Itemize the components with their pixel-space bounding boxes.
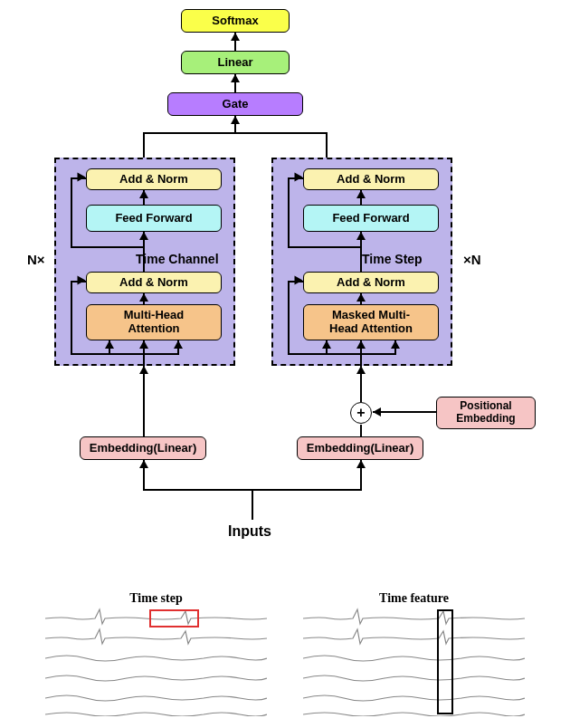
res-line xyxy=(71,246,145,248)
res-line xyxy=(71,177,72,246)
left-feedforward: Feed Forward xyxy=(86,205,222,232)
arrow-line xyxy=(252,489,253,520)
arrow-head xyxy=(295,276,303,285)
arrow-line xyxy=(373,411,436,413)
waveform-illustration: Time step Time feature xyxy=(45,593,525,720)
arrow-head xyxy=(139,190,148,198)
positional-embedding: Positional Embedding xyxy=(436,397,536,429)
plus-circle-icon: + xyxy=(350,402,372,424)
left-attention: Multi-Head Attention xyxy=(86,304,222,340)
linear-box: Linear xyxy=(181,51,290,74)
right-embedding: Embedding(Linear) xyxy=(297,436,423,460)
arrow-head xyxy=(78,173,86,182)
arrow-head xyxy=(231,116,240,124)
left-repeat-label: N× xyxy=(27,252,45,267)
arrow-head xyxy=(356,232,366,240)
res-line xyxy=(288,246,362,248)
wave-right-title: Time feature xyxy=(303,591,525,606)
arrow-head xyxy=(105,340,114,349)
arrow-head xyxy=(391,340,400,349)
res-line xyxy=(288,281,290,353)
left-addnorm1: Add & Norm xyxy=(86,272,222,293)
right-feedforward: Feed Forward xyxy=(303,205,439,232)
arrow-head xyxy=(139,460,148,468)
right-addnorm2: Add & Norm xyxy=(303,168,439,190)
arrow-head xyxy=(356,460,366,468)
arrow-head xyxy=(322,340,331,349)
arrow-head xyxy=(139,366,148,374)
split-line xyxy=(326,353,396,355)
res-line xyxy=(288,177,290,246)
right-addnorm1: Add & Norm xyxy=(303,272,439,293)
arrow-head xyxy=(356,293,366,302)
arrow-head xyxy=(139,232,148,240)
left-encoder-label: Time Channel xyxy=(136,252,219,266)
arrow-head xyxy=(174,340,183,349)
softmax-box: Softmax xyxy=(181,9,290,33)
arrow-head xyxy=(373,407,381,417)
arrow-head xyxy=(295,173,303,182)
wave-right-svg xyxy=(303,608,525,716)
res-line xyxy=(71,281,72,353)
arrow-line xyxy=(143,132,145,158)
arrow-head xyxy=(139,340,148,349)
arrow-line xyxy=(360,425,362,436)
arrow-line xyxy=(326,132,328,158)
gate-box: Gate xyxy=(167,92,303,116)
split-line xyxy=(109,353,179,355)
diagram-canvas: Softmax Linear Gate N× Time Channel Add … xyxy=(0,0,570,728)
wave-left-title: Time step xyxy=(45,591,267,606)
arrow-line xyxy=(143,366,145,436)
arrow-head xyxy=(356,190,366,198)
arrow-head xyxy=(356,340,366,349)
left-embedding: Embedding(Linear) xyxy=(80,436,206,460)
arrow-head xyxy=(78,276,86,285)
arrow-head xyxy=(139,293,148,302)
right-repeat-label: ×N xyxy=(463,252,481,267)
inputs-label: Inputs xyxy=(228,523,271,540)
wave-right-highlight xyxy=(437,609,453,714)
arrow-head xyxy=(356,366,366,374)
arrow-head xyxy=(231,33,240,41)
wave-left-highlight xyxy=(149,609,199,627)
merge-line xyxy=(143,132,328,134)
right-attention: Masked Multi- Head Attention xyxy=(303,304,439,340)
arrow-head xyxy=(231,74,240,82)
right-encoder-label: Time Step xyxy=(362,252,423,266)
left-addnorm2: Add & Norm xyxy=(86,168,222,190)
